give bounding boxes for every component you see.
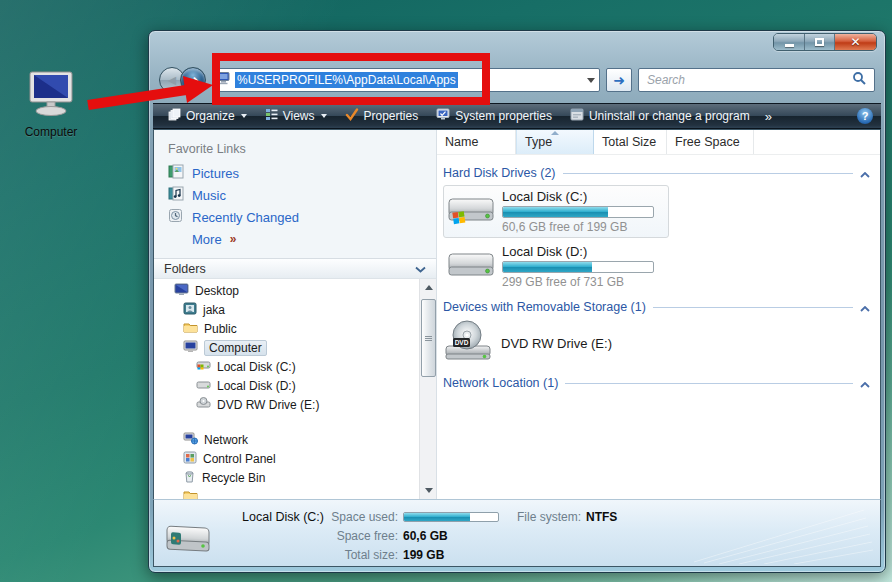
organize-button[interactable]: Organize [161,105,254,127]
desktop-mini-icon [174,283,189,299]
column-total-size[interactable]: Total Size [594,130,667,154]
desktop: Computer ✕ ◄ ➜ %USERPROFILE%\AppData\Loc… [0,0,892,582]
folder-icon [183,321,198,336]
toolbar-overflow-button[interactable]: » [761,109,776,124]
desktop-icon-label: Computer [18,125,84,139]
folder-tree: Desktop jaka Public Computer [154,279,436,499]
minimize-button[interactable] [774,34,804,50]
address-dropdown-icon[interactable] [587,78,595,83]
group-network-location[interactable]: Network Location (1) [443,373,870,393]
maximize-icon [815,38,824,46]
favorite-music[interactable]: Music [168,184,436,206]
explorer-window: ✕ ◄ ➜ %USERPROFILE%\AppData\Local\Apps ➜… [148,30,886,573]
tree-item-partial[interactable] [154,487,418,499]
favorite-pictures[interactable]: Pictures [168,162,436,184]
system-properties-button[interactable]: System properties [429,105,559,127]
collapse-chevron-icon[interactable] [860,298,870,316]
collapse-chevron-icon[interactable] [860,374,870,392]
recycle-bin-icon [183,470,196,486]
details-pane: Local Disk (C:) Space used: File system:… [153,499,881,567]
user-folder-icon [183,302,197,318]
favorite-links-panel: Favorite Links Pictures Music [154,130,436,258]
scroll-up-icon [425,285,433,290]
dvd-drive-icon: DVD [445,318,491,368]
folders-band[interactable]: Folders [154,258,436,279]
search-placeholder: Search [647,73,852,87]
drive-item-d[interactable]: Local Disk (D:) 299 GB free of 731 GB [443,240,669,293]
favorites-more-link[interactable]: More » [168,228,436,250]
column-headers: Name Type Total Size Free Space [437,130,880,155]
collapse-chevron-icon[interactable] [860,164,870,182]
column-free-space[interactable]: Free Space [667,130,754,154]
details-title: Local Disk (C:) [212,510,324,524]
minimize-icon [785,44,794,47]
tree-item-jaka[interactable]: jaka [154,300,418,319]
tree-item-recycle-bin[interactable]: Recycle Bin [154,468,418,487]
selected-drive-icon [166,520,210,560]
tree-item-dvd-drive[interactable]: DVD RW Drive (E:) [154,395,418,414]
go-button[interactable]: ➜ [606,68,632,92]
tree-item-computer[interactable]: Computer [154,338,418,357]
tree-item-control-panel[interactable]: Control Panel [154,449,418,468]
tree-item-public[interactable]: Public [154,319,418,338]
hard-drive-c-icon [448,190,494,234]
drive-item-c[interactable]: Local Disk (C:) 60,6 GB free of 199 GB [443,185,669,238]
total-size-value: 199 GB [403,548,444,562]
titlebar[interactable]: ✕ [153,31,881,61]
go-arrow-icon: ➜ [613,72,625,88]
views-dropdown-icon [321,114,327,118]
organize-dropdown-icon [241,114,247,118]
favorite-recently-changed[interactable]: Recently Changed [168,206,436,228]
column-name[interactable]: Name [437,130,516,154]
navigation-bar: ◄ ➜ %USERPROFILE%\AppData\Local\Apps ➜ S… [153,61,881,103]
dvd-mini-icon [196,397,211,412]
help-button[interactable]: ? [857,108,873,124]
system-monitor-icon [436,108,450,124]
scrollbar-thumb[interactable] [421,299,436,377]
sort-ascending-icon [551,131,559,135]
details-capacity-bar [403,512,499,522]
command-toolbar: Organize Views Properties Sys [153,103,881,129]
favorites-header: Favorite Links [168,142,436,162]
tree-item-desktop[interactable]: Desktop [154,281,418,300]
svg-text:DVD: DVD [455,339,469,346]
details-grid: Local Disk (C:) Space used: File system:… [212,507,617,564]
checkmark-icon [345,108,359,124]
views-button[interactable]: Views [258,105,334,127]
sidebar: Favorite Links Pictures Music [154,130,437,499]
drive-c-mini-icon [196,360,211,374]
tree-item-local-disk-d[interactable]: Local Disk (D:) [154,376,418,395]
close-button[interactable]: ✕ [834,34,876,50]
column-type[interactable]: Type [516,130,594,154]
dvd-drive-item[interactable]: DVD DVD RW Drive (E:) [443,317,870,369]
search-input[interactable]: Search [638,68,875,92]
scroll-up-button[interactable] [421,280,436,295]
file-list-pane: Name Type Total Size Free Space Hard Dis… [437,130,880,499]
forward-button[interactable]: ➜ [180,67,206,93]
properties-button[interactable]: Properties [338,105,426,127]
nav-buttons: ◄ ➜ [159,67,206,93]
recently-changed-icon [168,208,184,226]
tree-item-network[interactable]: Network [154,430,418,449]
hard-drive-icon [448,245,494,289]
scroll-down-button[interactable] [421,483,436,498]
file-system-value: NTFS [586,510,617,524]
forward-arrow-icon: ➜ [187,72,199,88]
capacity-bar-d [502,261,654,273]
close-icon: ✕ [850,35,860,49]
tree-scrollbar[interactable] [419,279,436,499]
desktop-computer-icon[interactable]: Computer [18,70,84,139]
tree-item-local-disk-c[interactable]: Local Disk (C:) [154,357,418,376]
program-window-icon [570,108,584,124]
group-hard-disk-drives[interactable]: Hard Disk Drives (2) [443,163,870,183]
computer-icon [24,104,78,121]
capacity-bar-c [502,206,654,218]
back-arrow-icon: ◄ [165,72,179,88]
group-removable-storage[interactable]: Devices with Removable Storage (1) [443,297,870,317]
address-bar[interactable]: %USERPROFILE%\AppData\Local\Apps [212,68,600,92]
computer-mini-icon [183,340,198,356]
uninstall-program-button[interactable]: Uninstall or change a program [563,105,757,127]
window-controls: ✕ [773,33,877,51]
maximize-button[interactable] [804,34,834,50]
address-input-selected-text[interactable]: %USERPROFILE%\AppData\Local\Apps [235,72,458,88]
